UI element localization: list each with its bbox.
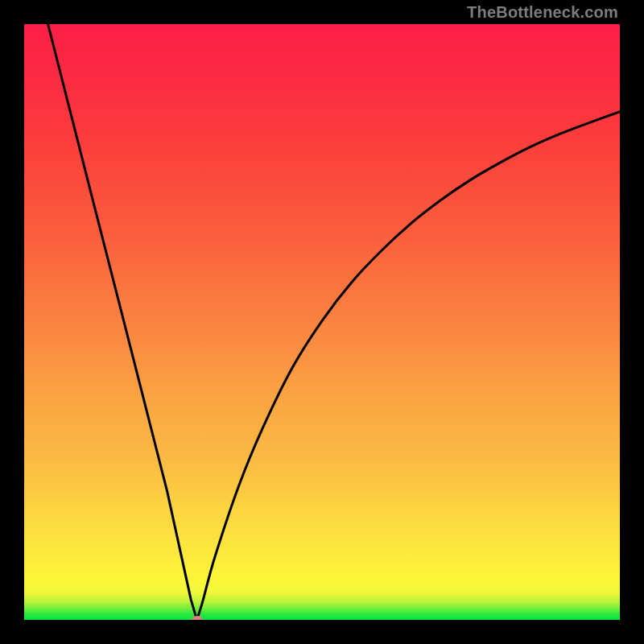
- bottleneck-curve: [24, 24, 620, 620]
- plot-area: [24, 24, 620, 620]
- vertex-dot: [192, 616, 203, 620]
- chart-frame: TheBottleneck.com: [0, 0, 644, 644]
- watermark-text: TheBottleneck.com: [467, 3, 618, 22]
